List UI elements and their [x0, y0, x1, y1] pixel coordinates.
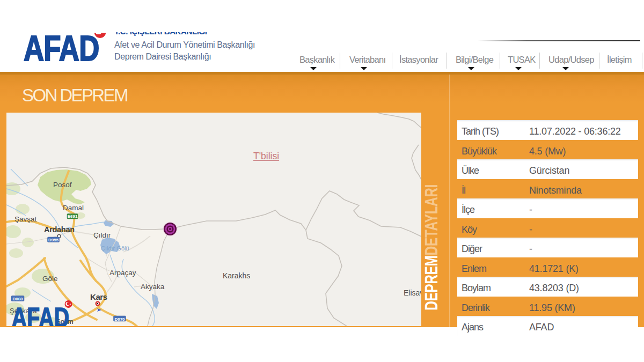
- svg-text:Damal: Damal: [63, 204, 84, 212]
- svg-text:Elisav: Elisav: [404, 289, 421, 297]
- svg-text:D060: D060: [12, 297, 23, 301]
- svg-text:Posof: Posof: [53, 181, 72, 189]
- svg-text:Kars: Kars: [90, 292, 107, 301]
- svg-text:D955: D955: [48, 238, 59, 242]
- svg-text:Karakhs: Karakhs: [223, 271, 250, 280]
- svg-text:Çıldır: Çıldır: [93, 231, 111, 239]
- svg-text:Arpaçay: Arpaçay: [109, 269, 136, 277]
- svg-text:T'bilisi: T'bilisi: [253, 151, 279, 161]
- svg-text:Şavşat: Şavşat: [14, 215, 37, 223]
- svg-text:Ardahan: Ardahan: [44, 225, 75, 234]
- svg-text:Akyaka: Akyaka: [141, 283, 165, 291]
- svg-text:E691: E691: [68, 214, 78, 219]
- svg-text:D070: D070: [114, 317, 125, 322]
- svg-text:Çıldır Gölü: Çıldır Gölü: [101, 245, 129, 252]
- svg-text:AFAD: AFAD: [12, 302, 70, 326]
- svg-text:Göle: Göle: [42, 275, 58, 283]
